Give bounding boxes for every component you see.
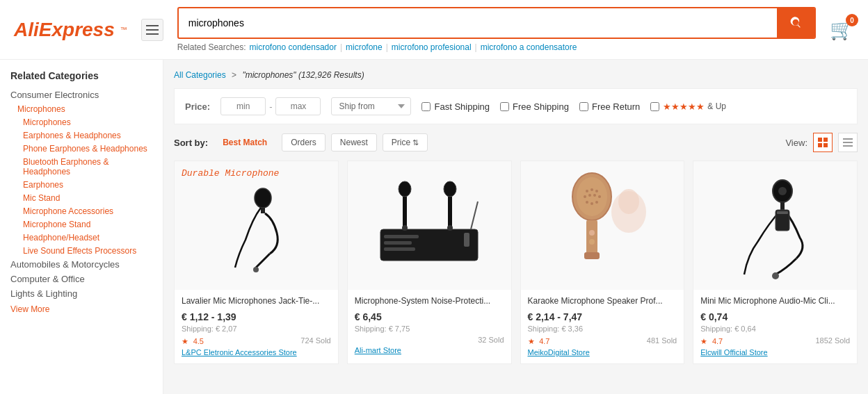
svg-rect-2 <box>818 143 822 147</box>
product-price-4: € 0,74 <box>700 311 850 322</box>
product-card-1[interactable]: Durable Microphone Lavalier Mic Micropho… <box>174 161 339 364</box>
stars-icon: ★★★★★ <box>663 101 705 112</box>
product-sold-1: 724 Sold <box>300 336 330 345</box>
product-store-4[interactable]: Elcwill Official Store <box>700 348 850 356</box>
sidebar-item-earphones-headphones[interactable]: Earphones & Headphones <box>10 131 152 140</box>
product-shipping-4: Shipping: € 0,64 <box>700 325 850 333</box>
sort-newest[interactable]: Newest <box>331 133 377 151</box>
sidebar-item-automobiles[interactable]: Automobiles & Motorcycles <box>10 259 152 270</box>
divider-2: | <box>386 42 388 52</box>
grid-icon <box>817 137 828 148</box>
sidebar-item-computer-office[interactable]: Computer & Office <box>10 274 152 284</box>
sidebar-item-lights-lighting[interactable]: Lights & Lighting <box>10 288 152 299</box>
sidebar: Related Categories Consumer Electronics … <box>0 60 163 394</box>
svg-point-39 <box>618 189 639 214</box>
sort-best-match[interactable]: Best Match <box>214 133 276 151</box>
product-price-3: € 2,14 - 7,47 <box>528 311 677 322</box>
stars-up-text: & Up <box>707 101 726 111</box>
svg-line-21 <box>471 202 478 229</box>
header: AliExpress™ Related Searches: microfono … <box>0 0 868 60</box>
price-min-input[interactable] <box>220 97 266 115</box>
product-card-2[interactable]: Microphone-System Noise-Protecti... € 6,… <box>347 161 512 364</box>
sidebar-item-microphones[interactable]: Microphones <box>10 104 152 114</box>
breadcrumb-all-categories[interactable]: All Categories <box>174 70 226 80</box>
fast-shipping-checkbox-label[interactable]: Fast Shipping <box>421 101 490 112</box>
free-return-label: Free Return <box>592 101 640 112</box>
sidebar-item-bluetooth-earphones[interactable]: Bluetooth Earphones & Headphones <box>10 157 152 177</box>
svg-point-20 <box>447 225 453 231</box>
svg-point-37 <box>589 239 595 245</box>
sort-label: Sort by: <box>174 138 208 148</box>
related-search-3[interactable]: microfono profesional <box>392 42 472 52</box>
price-max-input[interactable] <box>275 97 321 115</box>
sidebar-item-microphones-sub[interactable]: Microphones <box>10 117 152 127</box>
svg-rect-45 <box>777 211 788 214</box>
search-input[interactable] <box>179 11 777 35</box>
free-return-checkbox-label[interactable]: Free Return <box>579 101 640 112</box>
sidebar-item-microphone-accessories[interactable]: Microphone Accessories <box>10 206 152 216</box>
product-store-3[interactable]: MeikoDigital Store <box>528 348 677 356</box>
related-search-4[interactable]: microfono a condensatore <box>481 42 577 52</box>
fast-shipping-checkbox[interactable] <box>421 102 431 111</box>
svg-rect-3 <box>823 143 828 147</box>
stars-checkbox[interactable] <box>650 102 659 111</box>
product-title-1: Lavalier Mic Microphones Jack-Tie-... <box>182 295 331 307</box>
product-card-4[interactable]: Mini Mic Microphone Audio-Mic Cli... € 0… <box>693 161 858 364</box>
free-return-checkbox[interactable] <box>579 102 588 111</box>
search-button[interactable] <box>777 8 814 38</box>
sidebar-item-earphones[interactable]: Earphones <box>10 180 152 190</box>
svg-point-25 <box>590 188 593 191</box>
free-shipping-checkbox-label[interactable]: Free Shipping <box>500 101 569 112</box>
free-shipping-checkbox[interactable] <box>500 102 509 111</box>
cart-area[interactable]: 🛒 0 <box>830 18 854 41</box>
sidebar-item-sound-effects[interactable]: Live Sound Effects Processors <box>10 246 152 256</box>
sidebar-item-mic-stand[interactable]: Mic Stand <box>10 193 152 203</box>
sidebar-item-headphone-headset[interactable]: Headphone/Headset <box>10 233 152 243</box>
ship-from-select[interactable]: Ship from China United States <box>331 97 411 115</box>
svg-rect-8 <box>261 208 265 213</box>
product-rating-row-3: ★ 4.7 481 Sold <box>528 336 677 346</box>
product-image-1: Durable Microphone <box>175 161 338 290</box>
related-search-2[interactable]: microfone <box>346 42 383 52</box>
svg-point-30 <box>598 195 601 198</box>
view-more-button[interactable]: View More <box>10 304 152 314</box>
search-icon <box>789 17 802 29</box>
price-label: Price: <box>185 101 210 112</box>
svg-point-15 <box>399 181 411 197</box>
product-card-3[interactable]: Karaoke Microphone Speaker Prof... € 2,1… <box>520 161 685 364</box>
filter-checkboxes: Fast Shipping Free Shipping Free Return … <box>421 101 726 112</box>
product-sold-3: 481 Sold <box>647 336 677 345</box>
stars-checkbox-label[interactable]: ★★★★★ & Up <box>650 101 726 112</box>
product-price-2: € 6,45 <box>355 311 504 322</box>
svg-rect-11 <box>384 235 419 238</box>
svg-rect-1 <box>823 138 828 142</box>
product-info-3: Karaoke Microphone Speaker Prof... € 2,1… <box>521 290 684 356</box>
product-store-2[interactable]: Ali-mart Store <box>355 346 504 354</box>
breadcrumb-separator: > <box>232 70 239 80</box>
product-info-4: Mini Mic Microphone Audio-Mic Cli... € 0… <box>693 290 857 356</box>
sidebar-item-consumer-electronics[interactable]: Consumer Electronics <box>10 90 152 100</box>
fast-shipping-label: Fast Shipping <box>434 101 490 112</box>
cart-badge: 0 <box>846 14 858 26</box>
menu-line-2 <box>146 29 159 31</box>
search-area: Related Searches: microfono condensador … <box>177 7 816 52</box>
svg-point-32 <box>590 202 593 205</box>
sidebar-item-microphone-stand[interactable]: Microphone Stand <box>10 220 152 229</box>
list-view-button[interactable] <box>838 133 858 152</box>
sidebar-item-phone-earphones[interactable]: Phone Earphones & Headphones <box>10 144 152 154</box>
related-search-1[interactable]: microfono condensador <box>249 42 336 52</box>
product-store-1[interactable]: L&PC Eletronic Accessories Store <box>182 348 331 356</box>
product-info-2: Microphone-System Noise-Protecti... € 6,… <box>348 290 511 354</box>
svg-rect-6 <box>843 145 853 147</box>
product-stars-4: ★ 4.7 <box>700 336 723 346</box>
sort-orders[interactable]: Orders <box>282 133 326 151</box>
product-shipping-1: Shipping: € 2,07 <box>182 325 331 333</box>
price-inputs: - <box>220 97 321 115</box>
menu-line-1 <box>146 25 159 26</box>
grid-view-button[interactable] <box>813 133 833 152</box>
product-title-2: Microphone-System Noise-Protecti... <box>355 295 504 307</box>
menu-button[interactable] <box>141 19 163 41</box>
sort-price[interactable]: Price <box>383 133 428 151</box>
list-icon <box>842 137 853 148</box>
product-rating-row-1: ★ 4.5 724 Sold <box>182 336 331 346</box>
